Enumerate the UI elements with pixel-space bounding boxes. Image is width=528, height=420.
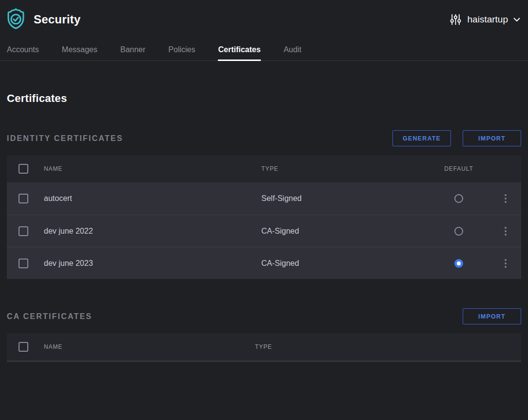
cert-type: CA-Signed bbox=[261, 259, 428, 268]
identity-certificates-section-header: IDENTITY CERTIFICATES GENERATE IMPORT bbox=[7, 130, 521, 146]
kebab-menu-icon[interactable] bbox=[501, 192, 510, 205]
ca-table-empty-strip bbox=[7, 360, 521, 362]
tab-messages[interactable]: Messages bbox=[62, 39, 98, 60]
column-header-name: NAME bbox=[44, 343, 255, 350]
row-checkbox[interactable] bbox=[19, 194, 28, 203]
tab-accounts[interactable]: Accounts bbox=[7, 39, 39, 60]
cert-name: autocert bbox=[44, 194, 261, 203]
ca-table-header-row: NAME TYPE bbox=[7, 333, 521, 360]
column-header-type: TYPE bbox=[261, 165, 428, 172]
column-header-type: TYPE bbox=[255, 343, 521, 350]
ca-certificates-title: CA CERTIFICATES bbox=[7, 312, 92, 321]
page-title: Certificates bbox=[7, 92, 521, 105]
identity-certificates-actions: GENERATE IMPORT bbox=[392, 130, 521, 146]
default-radio[interactable] bbox=[454, 259, 463, 268]
table-row: dev june 2023 CA-Signed bbox=[7, 247, 521, 279]
cert-type: CA-Signed bbox=[261, 227, 428, 236]
tab-audit[interactable]: Audit bbox=[284, 39, 301, 60]
default-radio[interactable] bbox=[454, 194, 463, 203]
cert-name: dev june 2022 bbox=[44, 227, 261, 236]
identity-certificates-title: IDENTITY CERTIFICATES bbox=[7, 134, 123, 143]
kebab-menu-icon[interactable] bbox=[501, 225, 510, 238]
default-radio[interactable] bbox=[454, 227, 463, 236]
kebab-menu-icon[interactable] bbox=[501, 257, 510, 270]
ca-certificates-table: NAME TYPE bbox=[7, 333, 521, 362]
table-row: autocert Self-Signed bbox=[7, 182, 521, 215]
column-header-default: DEFAULT bbox=[428, 165, 490, 172]
import-ca-button[interactable]: IMPORT bbox=[463, 308, 521, 324]
tab-certificates[interactable]: Certificates bbox=[218, 39, 260, 60]
generate-button[interactable]: GENERATE bbox=[392, 130, 451, 146]
tab-banner[interactable]: Banner bbox=[120, 39, 146, 60]
row-checkbox[interactable] bbox=[19, 259, 28, 268]
top-bar: Security haistartup bbox=[0, 0, 528, 39]
identity-certificates-table: NAME TYPE DEFAULT autocert Self-Signed d… bbox=[7, 155, 521, 279]
tab-policies[interactable]: Policies bbox=[168, 39, 195, 60]
import-identity-button[interactable]: IMPORT bbox=[463, 130, 521, 146]
org-switcher[interactable]: haistartup bbox=[449, 13, 520, 26]
brand: Security bbox=[7, 8, 80, 32]
tab-bar: Accounts Messages Banner Policies Certif… bbox=[0, 39, 528, 61]
ca-certificates-section-header: CA CERTIFICATES IMPORT bbox=[7, 308, 521, 324]
select-all-checkbox[interactable] bbox=[19, 164, 28, 174]
cert-name: dev june 2023 bbox=[44, 259, 261, 268]
main-content: Certificates IDENTITY CERTIFICATES GENER… bbox=[0, 92, 528, 362]
table-row: dev june 2022 CA-Signed bbox=[7, 215, 521, 247]
select-all-checkbox[interactable] bbox=[19, 342, 28, 352]
column-header-name: NAME bbox=[44, 165, 261, 172]
sliders-icon bbox=[449, 13, 462, 26]
chevron-down-icon bbox=[513, 18, 520, 22]
org-name: haistartup bbox=[468, 14, 508, 25]
shield-check-icon bbox=[7, 8, 25, 32]
app-title: Security bbox=[34, 13, 80, 26]
ca-certificates-actions: IMPORT bbox=[463, 308, 521, 324]
identity-table-header-row: NAME TYPE DEFAULT bbox=[7, 155, 521, 182]
cert-type: Self-Signed bbox=[261, 194, 428, 203]
row-checkbox[interactable] bbox=[19, 226, 28, 236]
